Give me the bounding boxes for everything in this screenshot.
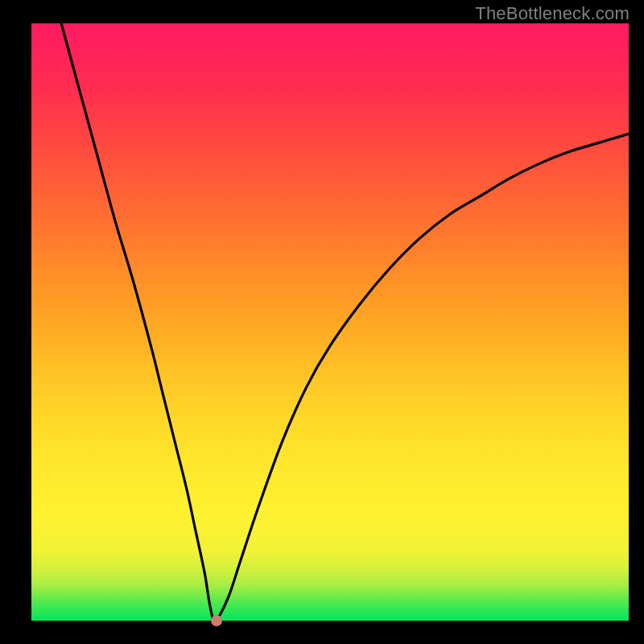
- watermark-text: TheBottleneck.com: [475, 3, 630, 24]
- curve-path: [61, 23, 629, 624]
- bottleneck-curve: [31, 23, 629, 621]
- minimum-marker: [211, 615, 222, 626]
- plot-area: [31, 23, 629, 621]
- chart-stage: TheBottleneck.com: [0, 0, 644, 644]
